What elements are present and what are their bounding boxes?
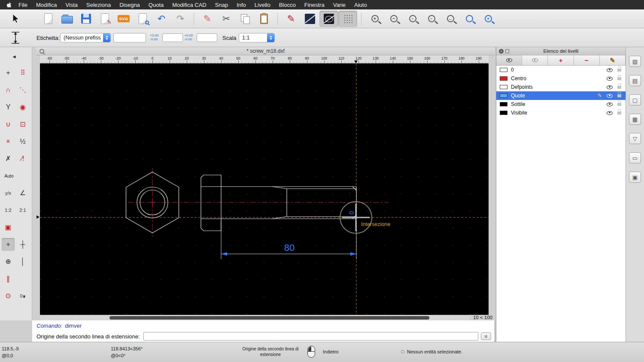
menu-aiuto[interactable]: Aiuto (350, 2, 371, 8)
toggle-layer-visibility-button[interactable] (522, 55, 548, 65)
restrict-orthogonal-button[interactable]: + (2, 238, 15, 251)
panel-widgets-button[interactable]: ▢ (629, 94, 641, 106)
set-relative-zero-button[interactable]: ⊙ (2, 290, 15, 302)
lock-icon[interactable] (617, 94, 621, 97)
menu-finestra[interactable]: Finestra (300, 2, 329, 8)
line-tools-button[interactable] (301, 11, 319, 27)
menu-modifica[interactable]: Modifica (32, 2, 61, 8)
snap-grid-button[interactable]: ⠿ (16, 66, 29, 79)
restrict-ratio-2-1-button[interactable]: 2:1 (16, 204, 29, 217)
horizontal-scrollbar[interactable] (40, 315, 469, 320)
close-panel-button[interactable]: × (499, 49, 504, 54)
panel-filter-button[interactable]: ▽ (629, 133, 641, 144)
lock-icon[interactable] (617, 103, 621, 106)
visibility-eye-icon[interactable] (607, 111, 613, 115)
label-text-input[interactable] (113, 33, 146, 42)
lock-icon[interactable] (617, 69, 621, 72)
menu-quota[interactable]: Quota (144, 2, 168, 8)
menu-snap[interactable]: Snap (211, 2, 232, 8)
select-tool-button[interactable] (6, 11, 25, 27)
snap-coordinate-button[interactable]: ∕! (16, 152, 29, 165)
grid-toggle-button[interactable] (338, 11, 357, 27)
menu-varie[interactable]: Varie (329, 2, 350, 8)
visibility-eye-icon[interactable] (607, 94, 613, 98)
zoom-previous-button[interactable]: ← (441, 11, 460, 27)
add-layer-button[interactable]: + (548, 55, 574, 65)
menu-seleziona[interactable]: Seleziona (82, 2, 115, 8)
visibility-eye-icon[interactable] (607, 77, 613, 81)
apple-menu[interactable] (6, 2, 12, 8)
panel-cad-toolbar-button[interactable]: ▧ (629, 56, 641, 67)
collapse-toolbar-button[interactable]: ◀ (9, 53, 20, 60)
layer-row-centro[interactable]: Centro (496, 74, 626, 83)
layer-row-defpoints[interactable]: Defpoints (496, 83, 626, 91)
scale-select[interactable]: 1:1 (239, 33, 275, 42)
panel-property-editor-button[interactable]: ▦ (629, 114, 641, 125)
tolerance-lower-input[interactable] (197, 33, 217, 42)
visibility-eye-icon[interactable] (607, 68, 613, 72)
zoom-window-button[interactable] (460, 11, 479, 27)
layer-row-quote[interactable]: Quote✎ (496, 91, 626, 100)
zoom-in-button[interactable]: + (365, 11, 384, 27)
restrict-horizontal-button[interactable]: ⊕ (2, 255, 15, 268)
snap-on-entity-button[interactable]: ⋱ (16, 84, 29, 97)
scrollbar-thumb[interactable] (109, 316, 429, 320)
edit-pen-button[interactable]: ✎ (198, 11, 217, 27)
layer-row-0[interactable]: 0 (496, 66, 626, 74)
drawing-preferences-button[interactable]: ✎ (95, 11, 114, 27)
menu-info[interactable]: Info (232, 2, 250, 8)
print-preview-button[interactable] (133, 11, 152, 27)
panel-report-button[interactable]: ▭ (629, 152, 641, 163)
snap-auto-button[interactable]: Auto (2, 169, 16, 182)
panel-clipboard-button[interactable]: ▣ (629, 172, 641, 183)
snap-reference-button[interactable]: ⊡ (16, 118, 29, 131)
tolerance-upper-input[interactable] (162, 33, 183, 42)
lock-icon[interactable] (617, 86, 621, 89)
layer-row-sottile[interactable]: Sottile (496, 100, 626, 109)
relative-cartesian-button[interactable]: y/x (2, 187, 15, 199)
new-file-button[interactable] (39, 11, 58, 27)
svg-export-button[interactable]: SVG (114, 11, 133, 27)
zoom-auto-button[interactable]: ▫ (403, 11, 422, 27)
label-prefix-select[interactable]: (Nessun prefiss (60, 33, 111, 42)
snap-endpoints-button[interactable]: ∩ (2, 84, 15, 97)
menu-blocco[interactable]: Blocco (275, 2, 300, 8)
restrict-vertical-line-button[interactable]: │ (16, 255, 29, 268)
draw-pen-button[interactable]: ✎ (282, 11, 301, 27)
zoom-selection-button[interactable]: ▫ (422, 11, 441, 27)
snap-perpendicular-button[interactable]: Y (2, 101, 15, 114)
lock-icon[interactable] (617, 77, 621, 80)
layer-row-visibile[interactable]: Visibile (496, 109, 626, 117)
menu-vista[interactable]: Vista (61, 2, 82, 8)
lock-icon[interactable] (617, 112, 621, 115)
zoom-out-button[interactable]: − (384, 11, 403, 27)
menu-modifica-cad[interactable]: Modifica CAD (168, 2, 210, 8)
restrict-none-button[interactable]: ▣ (2, 221, 15, 234)
snap-free-button[interactable]: + (2, 66, 15, 79)
menu-disegna[interactable]: Disegna (115, 2, 144, 8)
toggle-all-layers-visibility-button[interactable] (496, 55, 522, 65)
panel-library-button[interactable]: ▤ (629, 75, 641, 86)
open-file-button[interactable] (58, 11, 76, 27)
save-file-button[interactable] (76, 11, 95, 27)
zoom-redraw-button[interactable]: + (479, 11, 498, 27)
snap-intersection-manual-button[interactable]: ✗ (2, 152, 15, 165)
drawing-canvas[interactable]: 80 0 Intersezione (40, 63, 489, 315)
command-input[interactable] (143, 332, 478, 341)
remove-layer-button[interactable]: − (574, 55, 600, 65)
detach-panel-button[interactable] (505, 49, 509, 53)
undo-button[interactable]: ↶ (152, 11, 171, 27)
snap-middle-button[interactable]: ∪ (2, 118, 15, 131)
menu-livello[interactable]: Livello (250, 2, 275, 8)
command-options-button[interactable]: ≡ (481, 332, 491, 340)
cut-button[interactable]: ✂ (217, 11, 236, 27)
visibility-eye-icon[interactable] (607, 85, 613, 89)
paste-button[interactable] (255, 11, 273, 27)
snap-parallel-button[interactable]: ∥ (2, 272, 15, 285)
snap-distance-button[interactable]: ½ (16, 135, 29, 148)
ellipse-tools-button[interactable] (319, 11, 338, 27)
redo-button[interactable]: ↷ (171, 11, 190, 27)
snap-intersection-button[interactable]: × (2, 135, 15, 148)
restrict-vertical-button[interactable]: ┼ (16, 238, 29, 251)
relative-polar-button[interactable]: ∠ (16, 187, 29, 199)
